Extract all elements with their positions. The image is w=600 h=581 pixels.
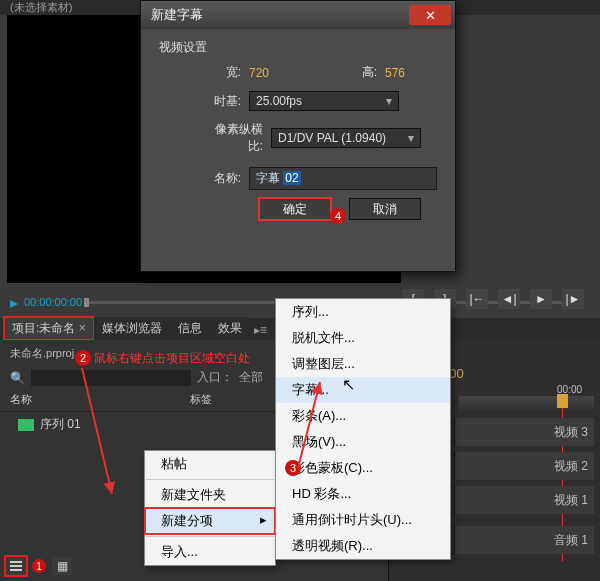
- submenu-adjust-layer[interactable]: 调整图层...: [276, 351, 450, 377]
- dialog-titlebar[interactable]: 新建字幕 ✕: [141, 1, 455, 29]
- new-title-dialog: 新建字幕 ✕ 视频设置 宽: 720 高: 576 时基: 25.00fps▾ …: [140, 0, 456, 272]
- col-header-tag[interactable]: 标签: [190, 392, 212, 407]
- tab-effects[interactable]: 效果: [210, 317, 250, 340]
- menu-import[interactable]: 导入...: [145, 539, 275, 565]
- name-label: 名称:: [201, 170, 241, 187]
- submenu-title[interactable]: 字幕...: [276, 377, 450, 403]
- dialog-title-text: 新建字幕: [151, 6, 203, 24]
- name-input[interactable]: 字幕 02: [249, 167, 437, 190]
- play-icon: [10, 298, 18, 306]
- filter-in-value[interactable]: 全部: [239, 369, 263, 386]
- timebase-select[interactable]: 25.00fps▾: [249, 91, 399, 111]
- submenu-countdown[interactable]: 通用倒计时片头(U)...: [276, 507, 450, 533]
- project-footer: 1 ▦: [6, 557, 72, 575]
- play-button[interactable]: ►: [530, 289, 552, 309]
- cancel-button[interactable]: 取消: [349, 198, 421, 220]
- submenu-transparent-video[interactable]: 透明视频(R)...: [276, 533, 450, 559]
- sequence-icon: [18, 419, 34, 431]
- chevron-down-icon: ▾: [408, 131, 414, 145]
- sequence-name: 序列 01: [40, 416, 81, 433]
- svg-marker-0: [10, 300, 18, 308]
- height-value[interactable]: 576: [385, 66, 427, 80]
- playhead-icon[interactable]: [557, 394, 568, 408]
- col-header-name[interactable]: 名称: [10, 392, 190, 407]
- timeline-ruler[interactable]: [459, 396, 594, 410]
- width-label: 宽:: [201, 64, 241, 81]
- filter-in-label: 入口：: [197, 369, 233, 386]
- width-value[interactable]: 720: [249, 66, 291, 80]
- tab-info[interactable]: 信息: [170, 317, 210, 340]
- chevron-down-icon: ▾: [386, 94, 392, 108]
- submenu-hd-bars[interactable]: HD 彩条...: [276, 481, 450, 507]
- app-root: (未选择素材) 00:00:00:00 { } |← ◄| ► |► 项目:未命…: [0, 0, 600, 581]
- menu-new-folder[interactable]: 新建文件夹: [145, 482, 275, 508]
- context-menu: 粘帖 新建文件夹 新建分项 导入...: [144, 450, 276, 566]
- menu-sep: [146, 536, 274, 537]
- new-item-submenu: 序列... 脱机文件... 调整图层... 字幕... 彩条(A)... 黑场(…: [275, 298, 451, 560]
- menu-new-item[interactable]: 新建分项: [145, 508, 275, 534]
- submenu-color-matte[interactable]: 彩色蒙板(C)...: [276, 455, 450, 481]
- tab-overflow[interactable]: ▸≡: [250, 320, 271, 340]
- dialog-close-button[interactable]: ✕: [409, 5, 451, 25]
- video-settings-label: 视频设置: [159, 39, 437, 56]
- marker-2: 2: [75, 350, 91, 366]
- step-fwd-button[interactable]: |►: [562, 289, 584, 309]
- marker-1: 1: [32, 559, 46, 573]
- icon-view-button[interactable]: ▦: [52, 557, 72, 575]
- menu-paste[interactable]: 粘帖: [145, 451, 275, 477]
- submenu-sequence[interactable]: 序列...: [276, 299, 450, 325]
- submenu-black-video[interactable]: 黑场(V)...: [276, 429, 450, 455]
- go-in-button[interactable]: |←: [466, 289, 488, 309]
- ok-button[interactable]: 确定: [259, 198, 331, 220]
- submenu-offline[interactable]: 脱机文件...: [276, 325, 450, 351]
- cursor-icon: ↖: [342, 375, 355, 394]
- marker-3: 3: [285, 460, 301, 476]
- list-view-button[interactable]: [6, 557, 26, 575]
- timebase-label: 时基:: [201, 93, 241, 110]
- step-back-button[interactable]: ◄|: [498, 289, 520, 309]
- tab-project[interactable]: 项目:未命名 ×: [4, 317, 94, 340]
- submenu-bars[interactable]: 彩条(A)...: [276, 403, 450, 429]
- list-icon: [10, 561, 22, 571]
- height-label: 高:: [337, 64, 377, 81]
- annotation-hint-2: 鼠标右键点击项目区域空白处: [94, 350, 250, 367]
- par-select[interactable]: D1/DV PAL (1.0940)▾: [271, 128, 421, 148]
- search-input[interactable]: [31, 370, 191, 386]
- search-icon[interactable]: 🔍: [10, 371, 25, 385]
- marker-4: 4: [330, 208, 346, 224]
- current-time: 00:00:00:00: [24, 296, 82, 308]
- par-label: 像素纵横比:: [201, 121, 263, 155]
- menu-sep: [146, 479, 274, 480]
- tab-media-browser[interactable]: 媒体浏览器: [94, 317, 170, 340]
